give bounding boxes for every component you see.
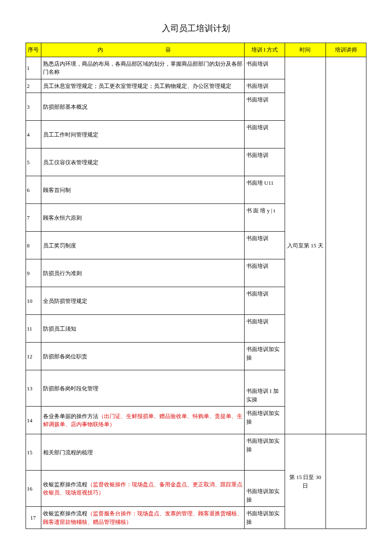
row-content: 员工休息室管理规定；员工更衣室管理规定；员工购物规定、办公区管理规定 [41, 79, 244, 93]
row-content-main: 收银监察操作流程 [43, 481, 87, 488]
row-num: 1 [26, 57, 41, 79]
row-method: 书面培训 [244, 259, 285, 287]
table-row: 15 相关部门流程的梳理 书面培训加实操 第 15 日至 30 日 [26, 434, 366, 471]
training-plan-table: 序号 内 容 培训 I 方式 时间 培训讲师 1 熟悉店内环境，商品的布局，各商… [26, 43, 366, 529]
row-num: 11 [26, 315, 41, 343]
row-num: 7 [26, 204, 41, 232]
header-method: 培训 I 方式 [244, 43, 285, 57]
row-method: 书 面 培 y | t [244, 204, 285, 232]
header-time: 时间 [285, 43, 326, 57]
row-num: 6 [26, 176, 41, 204]
row-method: 书面培训 I 加实操 [244, 370, 285, 407]
row-content: 员工仪容仪表管理规定 [41, 148, 244, 176]
row-num: 14 [26, 407, 41, 434]
row-content: 防损部各岗时段化管理 [41, 370, 244, 407]
row-content: 防损员行为准则 [41, 259, 244, 287]
row-content: 收银监察操作流程（监督收银操作：现场盘点、备用金盘点、更正取消、跟踪重点收银员、… [41, 471, 244, 507]
row-content-main: 各业务单据的操作方法 [43, 413, 98, 419]
row-num: 3 [26, 93, 41, 121]
header-num: 序号 [26, 43, 41, 57]
row-method: 书面培训 [244, 121, 285, 148]
row-content: 全员防损管理规定 [41, 287, 244, 315]
row-method: 书面培训 [244, 287, 285, 315]
row-method: 书面培训 [244, 93, 285, 121]
row-content: 员工奖罚制度 [41, 232, 244, 259]
row-method: 书面培训加实操 [244, 407, 285, 434]
row-num: 4 [26, 121, 41, 148]
instructor-block-2 [326, 434, 366, 529]
row-method: 书面培 U11 [244, 176, 285, 204]
row-num: 13 [26, 370, 41, 407]
row-content: 防损部各岗位职责 [41, 343, 244, 370]
row-method: 书面培训加实操 [244, 343, 285, 370]
time-block-1: 入司至第 15 天 [285, 57, 326, 434]
row-method: 书面培训加实操 [244, 434, 285, 471]
row-num: 8 [26, 232, 41, 259]
row-method: 书面培训 [244, 79, 285, 93]
row-content: 各业务单据的操作方法（出门证、生鲜报损单、赠品验收单、特购单、贵提单、生鲜调拨单… [41, 407, 244, 434]
row-num: 9 [26, 259, 41, 287]
row-num: 16 [26, 471, 41, 507]
row-method: 书面培训 [244, 57, 285, 79]
row-content: 顾客永恒六原则 [41, 204, 244, 232]
row-num: 15 [26, 434, 41, 471]
row-num: 17 [26, 507, 41, 529]
row-num: 5 [26, 148, 41, 176]
row-method: 书面培训加实操 [244, 507, 285, 529]
row-content: 收银监察操作流程（监督服务台操作：现场盘点、发票的管理、顾客退换货稽核、顾客遗留… [41, 507, 244, 529]
row-content: 员工工作时间管理规定 [41, 121, 244, 148]
header-instructor: 培训讲师 [326, 43, 366, 57]
time-block-2: 第 15 日至 30 日 [285, 434, 326, 529]
row-method: 书面培训 [244, 148, 285, 176]
row-num: 2 [26, 79, 41, 93]
row-method: 书面培训加实操 [244, 471, 285, 507]
row-content-main: 收银监察操作流程 [43, 510, 87, 517]
row-content: 顾客首问制 [41, 176, 244, 204]
table-row: 1 熟悉店内环境，商品的布局，各商品部区域的划分，掌握商品部部门的划分及各部门名… [26, 57, 366, 79]
row-num: 10 [26, 287, 41, 315]
row-content: 熟悉店内环境，商品的布局，各商品部区域的划分，掌握商品部部门的划分及各部门名称 [41, 57, 244, 79]
header-row: 序号 内 容 培训 I 方式 时间 培训讲师 [26, 43, 366, 57]
row-content: 防损部部基本概况 [41, 93, 244, 121]
row-num: 12 [26, 343, 41, 370]
row-content: 相关部门流程的梳理 [41, 434, 244, 471]
row-method: 书面培训 [244, 315, 285, 343]
instructor-block-1 [326, 57, 366, 434]
row-content: 防损员工须知 [41, 315, 244, 343]
header-content: 内 容 [41, 43, 244, 57]
page-title: 入司员工培训计划 [26, 23, 366, 34]
row-method: 书面培训 [244, 232, 285, 259]
